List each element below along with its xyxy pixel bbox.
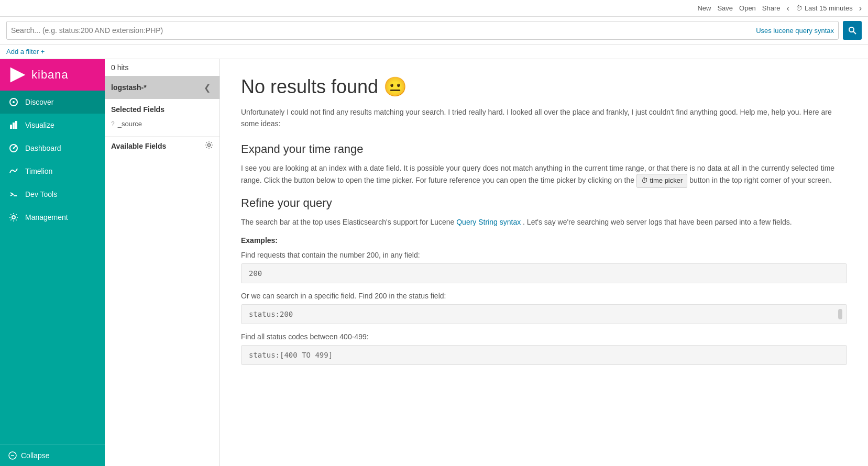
devtools-icon	[8, 189, 19, 199]
example3-code: status:[400 TO 499]	[241, 345, 847, 365]
refine-query-text: The search bar at the top uses Elasticse…	[241, 216, 847, 228]
visualize-icon	[8, 120, 19, 130]
sidebar-item-discover[interactable]: Discover	[0, 91, 105, 114]
search-bar: Uses lucene query syntax	[0, 17, 868, 45]
field-type-badge: ?	[111, 120, 115, 128]
panel-collapse-button[interactable]: ❮	[201, 81, 213, 94]
kibana-logo-text: kibana	[31, 68, 69, 82]
search-input[interactable]	[11, 26, 750, 35]
top-bar: New Save Open Share ‹ ⏱ Last 15 minutes …	[0, 0, 868, 17]
example2-code: status:200	[241, 304, 847, 324]
sidebar-item-management[interactable]: Management	[0, 206, 105, 229]
hits-count: 0 hits	[105, 59, 219, 76]
svg-point-12	[12, 216, 15, 219]
available-fields-gear-button[interactable]	[205, 141, 213, 151]
discover-icon	[8, 97, 19, 107]
selected-fields-title: Selected Fields	[111, 105, 213, 114]
svg-rect-6	[13, 123, 15, 129]
no-results-emoji: 😐	[383, 76, 407, 97]
sidebar-item-visualize-label: Visualize	[25, 121, 54, 129]
sidebar-item-timelion-label: Timelion	[25, 167, 52, 175]
svg-point-4	[13, 101, 15, 103]
refine-query-text-2: . Let's say we're searching web server l…	[523, 218, 792, 226]
example1-code: 200	[241, 263, 847, 283]
collapse-icon	[8, 451, 17, 460]
sidebar-item-timelion[interactable]: Timelion	[0, 160, 105, 183]
sidebar-item-visualize[interactable]: Visualize	[0, 114, 105, 137]
filter-bar: Add a filter +	[0, 45, 868, 59]
examples-label: Examples:	[241, 236, 847, 245]
add-filter-button[interactable]: Add a filter +	[6, 48, 45, 56]
clock-icon: ⏱	[796, 4, 803, 12]
hits-count-text: 0 hits	[111, 63, 128, 72]
expand-time-text: I see you are looking at an index with a…	[241, 162, 847, 188]
query-string-link[interactable]: Query String syntax	[456, 218, 521, 226]
open-button[interactable]: Open	[739, 4, 756, 12]
search-input-wrapper: Uses lucene query syntax	[6, 21, 839, 40]
selected-fields-section: Selected Fields ? _source	[105, 99, 219, 136]
available-fields-header: Available Fields	[105, 136, 219, 156]
field-item-source: ? _source	[111, 118, 213, 130]
svg-point-0	[849, 27, 854, 32]
example3-text: Find all status codes between 400-499:	[241, 332, 847, 341]
no-results-title: No results found 😐	[241, 76, 847, 98]
nav-prev-button[interactable]: ‹	[787, 4, 789, 13]
nav-next-button[interactable]: ›	[859, 4, 862, 13]
svg-point-10	[13, 148, 15, 149]
svg-rect-5	[10, 125, 12, 129]
refine-query-title: Refine your query	[241, 196, 847, 210]
available-fields-title: Available Fields	[111, 142, 166, 150]
collapse-label: Collapse	[21, 451, 49, 460]
field-name: _source	[118, 120, 142, 128]
sidebar-item-dashboard[interactable]: Dashboard	[0, 137, 105, 160]
save-button[interactable]: Save	[717, 4, 733, 12]
lucene-syntax-link[interactable]: Uses lucene query syntax	[756, 27, 834, 35]
index-pattern-label: logstash-*	[111, 83, 147, 92]
time-picker-badge[interactable]: ⏱ time picker	[636, 174, 687, 188]
dashboard-icon	[8, 143, 19, 153]
svg-line-1	[853, 31, 856, 34]
share-button[interactable]: Share	[762, 4, 781, 12]
gear-icon	[205, 141, 213, 149]
svg-marker-2	[10, 68, 26, 83]
kibana-logo-icon	[8, 65, 27, 84]
expand-time-title: Expand your time range	[241, 142, 847, 156]
search-button[interactable]	[843, 21, 862, 40]
add-filter-label: Add a filter +	[6, 48, 45, 56]
nav-collapse-button[interactable]: Collapse	[0, 445, 105, 466]
timelion-icon	[8, 166, 19, 176]
example2-text: Or we can search in a specific field. Fi…	[241, 292, 847, 300]
sidebar-item-dashboard-label: Dashboard	[25, 144, 61, 152]
kibana-sidebar: kibana Discover Visualize Dashboard Time…	[0, 59, 105, 466]
search-icon	[848, 26, 856, 35]
sidebar-item-devtools[interactable]: Dev Tools	[0, 183, 105, 206]
time-range-label: Last 15 minutes	[805, 4, 853, 12]
top-bar-right: New Save Open Share ‹ ⏱ Last 15 minutes …	[697, 4, 862, 13]
expand-time-text-2: button in the top right corner of your s…	[689, 176, 832, 184]
no-results-desc: Unfortunately I could not find any resul…	[241, 106, 847, 130]
management-icon	[8, 212, 19, 223]
new-button[interactable]: New	[697, 4, 711, 12]
svg-rect-7	[15, 121, 17, 129]
index-pattern-header: logstash-* ❮	[105, 76, 219, 99]
sidebar-item-discover-label: Discover	[25, 98, 53, 106]
content-area: No results found 😐 Unfortunately I could…	[220, 59, 868, 466]
time-range[interactable]: ⏱ Last 15 minutes	[796, 4, 853, 12]
svg-point-15	[208, 144, 211, 147]
kibana-logo: kibana	[0, 59, 105, 91]
main-layout: kibana Discover Visualize Dashboard Time…	[0, 59, 868, 466]
example1-text: Find requests that contain the number 20…	[241, 251, 847, 259]
sidebar-item-management-label: Management	[25, 213, 68, 221]
index-panel: 0 hits logstash-* ❮ Selected Fields ? _s…	[105, 59, 220, 466]
sidebar-item-devtools-label: Dev Tools	[25, 190, 57, 198]
refine-query-text-1: The search bar at the top uses Elasticse…	[241, 218, 454, 226]
